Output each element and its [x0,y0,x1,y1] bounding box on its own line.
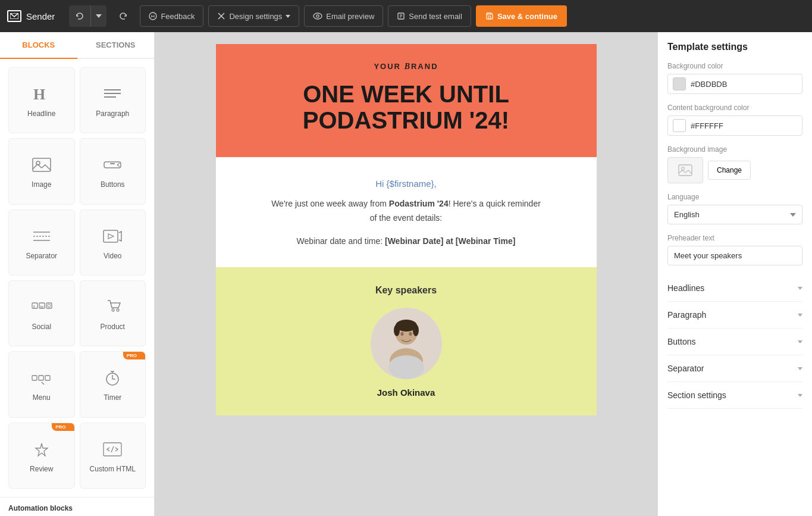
speaker-name: Josh Okinava [240,387,573,398]
chevron-down-paragraph [798,314,802,317]
email-preview-button[interactable]: Email preview [304,5,383,27]
bg-color-value[interactable] [691,80,797,89]
feedback-label: Feedback [161,12,195,21]
svg-rect-33 [39,376,43,380]
automation-section: Automation blocks [0,497,154,516]
custom-html-icon [102,440,123,460]
undo-redo-group [69,5,106,27]
redo-icon [118,11,128,21]
chevron-down-icon [96,14,102,18]
block-timer-label: Timer [104,393,121,402]
svg-point-3 [154,15,155,16]
content-bg-label: Content background color [667,104,802,112]
bg-color-input-row[interactable] [667,74,802,94]
settings-section-separator[interactable]: Separator [667,355,802,382]
svg-point-53 [682,167,685,170]
svg-line-18 [117,165,120,167]
svg-text:H: H [33,86,45,103]
block-separator[interactable]: Separator [8,209,75,276]
bg-color-swatch[interactable] [673,77,686,90]
undo-button[interactable] [69,5,91,27]
tab-sections[interactable]: SECTIONS [77,32,155,59]
block-review-label: Review [30,465,53,473]
block-video-label: Video [104,252,121,260]
headline-text: ONE WEEK UNTIL PODASTRIUM '24! [240,81,573,133]
bg-image-field: Background image Change [667,145,802,183]
product-icon [102,298,123,318]
brand-rest: RAND [411,62,438,71]
right-panel: Template settings Background color Conte… [657,32,812,516]
block-menu-label: Menu [33,393,51,402]
undo-icon [75,11,84,21]
send-test-button[interactable]: Send test email [388,5,471,27]
save-icon [485,12,494,20]
content-bg-input-row[interactable] [667,115,802,136]
timer-icon [102,369,123,389]
block-buttons[interactable]: Buttons [80,138,146,204]
block-paragraph[interactable]: Paragraph [80,67,146,133]
block-timer[interactable]: PRO Timer [80,351,146,417]
svg-point-47 [394,324,400,336]
pro-badge-review: PRO [52,423,74,431]
chevron-down-headlines [798,287,802,290]
email-canvas: YOUR BRAND ONE WEEK UNTIL PODASTRIUM '24… [216,44,597,415]
undo-dropdown-button[interactable] [91,5,106,27]
block-custom-html-label: Custom HTML [90,465,136,473]
block-headline[interactable]: H Headline [8,67,75,133]
block-headline-label: Headline [27,110,55,118]
content-bg-field: Content background color [667,104,802,136]
block-social[interactable]: f in Social [8,280,75,346]
block-custom-html[interactable]: Custom HTML [80,423,146,489]
settings-section-headlines[interactable]: Headlines [667,275,802,302]
block-review[interactable]: PRO Review [8,423,75,489]
headline-line2: PODASTRIUM '24! [303,107,509,133]
speakers-title: Key speakers [240,285,573,296]
headline-line1: ONE WEEK UNTIL [303,81,509,107]
save-continue-label: Save & continue [497,12,557,21]
design-settings-button[interactable]: Design settings [208,5,299,27]
design-chevron-icon [286,15,290,18]
bg-color-label: Background color [667,62,802,70]
image-placeholder-icon [678,164,692,176]
block-image[interactable]: Image [8,138,75,204]
block-product-label: Product [101,323,125,331]
language-select[interactable]: English Spanish French German [667,205,802,224]
preheader-input[interactable] [667,246,802,265]
headline-icon: H [31,85,52,105]
block-product[interactable]: Product [80,280,146,346]
separator-icon [31,227,52,247]
settings-section-paragraph[interactable]: Paragraph [667,302,802,329]
social-icon: f in [31,298,52,318]
canvas-area[interactable]: YOUR BRAND ONE WEEK UNTIL PODASTRIUM '24… [155,32,657,516]
svg-point-5 [316,15,319,17]
block-menu[interactable]: Menu [8,351,75,417]
feedback-button[interactable]: Feedback [140,5,203,27]
send-test-label: Send test email [409,12,462,21]
image-icon [31,156,52,176]
settings-section-section-settings[interactable]: Section settings [667,382,802,409]
svg-rect-22 [104,230,118,242]
blocks-grid: H Headline Paragraph [0,59,154,497]
redo-button[interactable] [111,5,135,27]
tab-blocks[interactable]: BLOCKS [0,32,77,59]
content-bg-swatch[interactable] [673,119,686,132]
menu-icon [31,369,52,389]
svg-point-48 [413,324,419,336]
settings-section-buttons[interactable]: Buttons [667,329,802,355]
svg-point-49 [400,332,403,336]
content-bg-value[interactable] [691,121,797,130]
settings-section-headlines-label: Headlines [667,283,704,293]
speaker-avatar-svg [371,308,442,379]
left-panel: BLOCKS SECTIONS H Headline [0,32,155,516]
bg-image-row: Change [667,157,802,183]
change-bg-button[interactable]: Change [708,161,751,180]
design-settings-icon [217,12,225,20]
preheader-field: Preheader text [667,234,802,265]
body-text: We're just one week away from Podastrium… [252,197,561,226]
save-continue-button[interactable]: Save & continue [476,5,567,27]
settings-section-buttons-label: Buttons [667,337,695,346]
svg-marker-23 [108,234,114,239]
logo[interactable]: Sender [7,10,55,22]
block-video[interactable]: Video [80,209,146,276]
svg-rect-15 [104,162,121,168]
